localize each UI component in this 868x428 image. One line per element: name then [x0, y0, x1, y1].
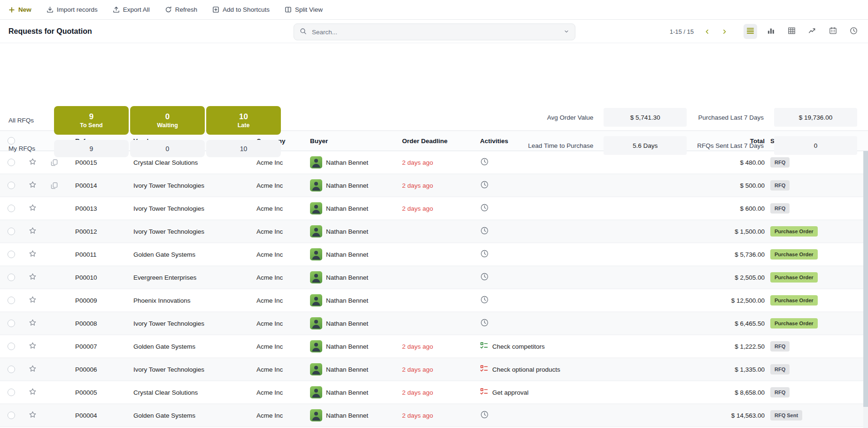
- favorite-star-button[interactable]: [29, 365, 37, 374]
- reference-cell[interactable]: P00006: [66, 366, 124, 373]
- reference-cell[interactable]: P00015: [66, 159, 124, 166]
- row-checkbox[interactable]: [8, 251, 15, 258]
- favorite-star-button[interactable]: [29, 296, 37, 305]
- table-row[interactable]: P00014 Ivory Tower Technologies Acme Inc…: [0, 174, 868, 197]
- activity-clock-icon[interactable]: [480, 157, 489, 168]
- activity-view-button[interactable]: [847, 24, 860, 39]
- list-view-button[interactable]: [744, 24, 757, 39]
- table-row[interactable]: P00010 Evergreen Enterprises Acme Inc Na…: [0, 266, 868, 289]
- favorite-star-button[interactable]: [29, 204, 37, 213]
- kpi-card-my-late[interactable]: 10: [206, 140, 281, 157]
- activity-clock-icon[interactable]: [480, 318, 489, 329]
- activity-checklist-icon[interactable]: [480, 388, 488, 397]
- header-order-deadline[interactable]: Order Deadline: [393, 138, 471, 145]
- header-buyer[interactable]: Buyer: [301, 138, 393, 145]
- activity-clock-icon[interactable]: [480, 410, 489, 420]
- bar-chart-view-button[interactable]: [764, 24, 778, 39]
- activity-checklist-icon[interactable]: [480, 365, 488, 374]
- activity-cell[interactable]: [471, 180, 605, 191]
- activity-clock-icon[interactable]: [480, 295, 489, 306]
- reference-cell[interactable]: P00004: [66, 412, 124, 419]
- activity-clock-icon[interactable]: [480, 226, 489, 237]
- table-row[interactable]: P00013 Ivory Tower Technologies Acme Inc…: [0, 197, 868, 220]
- activity-checklist-icon[interactable]: [480, 342, 488, 351]
- table-row[interactable]: P00012 Ivory Tower Technologies Acme Inc…: [0, 220, 868, 243]
- line-chart-view-button[interactable]: [806, 24, 819, 39]
- chevron-down-icon[interactable]: [564, 28, 569, 36]
- row-checkbox[interactable]: [8, 159, 15, 166]
- row-checkbox[interactable]: [8, 205, 15, 212]
- row-checkbox[interactable]: [8, 228, 15, 235]
- pager-prev-button[interactable]: [702, 28, 712, 36]
- refresh-button[interactable]: Refresh: [165, 6, 197, 13]
- activity-clock-icon[interactable]: [480, 203, 489, 214]
- reference-cell[interactable]: P00008: [66, 320, 124, 327]
- kpi-card-waiting[interactable]: 0 Waiting: [130, 106, 205, 135]
- search-bar[interactable]: [294, 23, 575, 40]
- copy-icon[interactable]: [51, 182, 58, 189]
- reference-cell[interactable]: P00009: [66, 297, 124, 304]
- activity-cell[interactable]: Check optional products: [471, 365, 605, 374]
- activity-cell[interactable]: [471, 226, 605, 237]
- activity-cell[interactable]: [471, 157, 605, 168]
- favorite-star-button[interactable]: [29, 319, 37, 328]
- add-to-shortcuts-button[interactable]: Add to Shortcuts: [212, 6, 270, 13]
- activity-cell[interactable]: Check competitors: [471, 342, 605, 351]
- scrollbar-thumb[interactable]: [863, 151, 868, 407]
- kpi-card-to-send[interactable]: 9 To Send: [54, 106, 129, 135]
- row-checkbox[interactable]: [8, 320, 15, 327]
- search-input[interactable]: [311, 28, 559, 36]
- favorite-star-button[interactable]: [29, 342, 37, 351]
- activity-cell[interactable]: [471, 272, 605, 283]
- table-row[interactable]: P00004 Golden Gate Systems Acme Inc Nath…: [0, 404, 868, 427]
- table-row[interactable]: P00007 Golden Gate Systems Acme Inc Nath…: [0, 335, 868, 358]
- row-checkbox[interactable]: [8, 389, 15, 396]
- kpi-card-my-waiting[interactable]: 0: [130, 140, 205, 157]
- favorite-star-button[interactable]: [29, 388, 37, 397]
- row-checkbox[interactable]: [8, 297, 15, 304]
- activity-cell[interactable]: [471, 295, 605, 306]
- table-row[interactable]: P00006 Ivory Tower Technologies Acme Inc…: [0, 358, 868, 381]
- activity-cell[interactable]: [471, 203, 605, 214]
- new-button[interactable]: New: [8, 6, 31, 13]
- activity-clock-icon[interactable]: [480, 272, 489, 283]
- favorite-star-button[interactable]: [29, 250, 37, 259]
- pager-next-button[interactable]: [720, 28, 729, 36]
- favorite-star-button[interactable]: [29, 181, 37, 190]
- import-records-button[interactable]: Import records: [46, 6, 98, 13]
- reference-cell[interactable]: P00014: [66, 182, 124, 189]
- activity-cell[interactable]: [471, 318, 605, 329]
- row-checkbox[interactable]: [8, 274, 15, 281]
- favorite-star-button[interactable]: [29, 158, 37, 167]
- favorite-star-button[interactable]: [29, 227, 37, 236]
- export-all-button[interactable]: Export All: [113, 6, 150, 13]
- reference-cell[interactable]: P00005: [66, 389, 124, 396]
- favorite-star-button[interactable]: [29, 273, 37, 282]
- table-row[interactable]: P00011 Golden Gate Systems Acme Inc Nath…: [0, 243, 868, 266]
- activity-clock-icon[interactable]: [480, 180, 489, 191]
- reference-cell[interactable]: P00012: [66, 228, 124, 235]
- row-checkbox[interactable]: [8, 412, 15, 419]
- activity-cell[interactable]: Get approval: [471, 388, 605, 397]
- pivot-view-button[interactable]: [785, 24, 798, 39]
- vertical-scrollbar[interactable]: [863, 151, 868, 428]
- row-checkbox[interactable]: [8, 182, 15, 189]
- row-checkbox[interactable]: [8, 343, 15, 350]
- kpi-card-my-to-send[interactable]: 9: [54, 140, 129, 157]
- reference-cell[interactable]: P00007: [66, 343, 124, 350]
- reference-cell[interactable]: P00011: [66, 251, 124, 258]
- calendar-view-button[interactable]: [826, 24, 840, 39]
- table-row[interactable]: P00009 Phoenix Innovations Acme Inc Nath…: [0, 289, 868, 312]
- split-view-button[interactable]: Split View: [285, 6, 323, 13]
- reference-cell[interactable]: P00013: [66, 205, 124, 212]
- reference-cell[interactable]: P00010: [66, 274, 124, 281]
- activity-clock-icon[interactable]: [480, 249, 489, 260]
- row-checkbox[interactable]: [8, 366, 15, 373]
- table-row[interactable]: P00008 Ivory Tower Technologies Acme Inc…: [0, 312, 868, 335]
- activity-cell[interactable]: [471, 249, 605, 260]
- favorite-star-button[interactable]: [29, 411, 37, 420]
- copy-icon[interactable]: [51, 159, 58, 166]
- kpi-card-late[interactable]: 10 Late: [206, 106, 281, 135]
- table-row[interactable]: P00005 Crystal Clear Solutions Acme Inc …: [0, 381, 868, 404]
- activity-cell[interactable]: [471, 410, 605, 420]
